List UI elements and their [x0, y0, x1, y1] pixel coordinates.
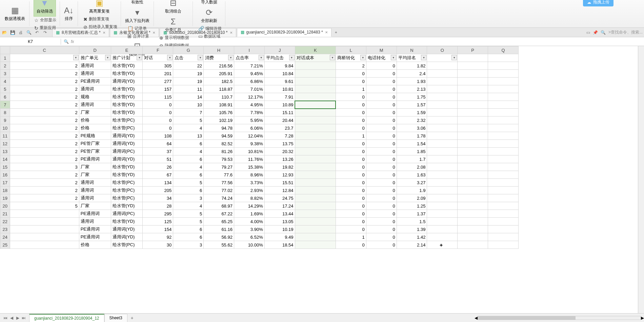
cell-J6[interactable]: 7.91	[264, 93, 295, 101]
cell-Q19[interactable]	[488, 194, 519, 202]
cell-K8[interactable]	[295, 109, 336, 116]
cell-C11[interactable]: 2	[10, 132, 79, 140]
cell-C15[interactable]: 3	[10, 163, 79, 171]
cell-J10[interactable]: 23.7	[264, 124, 295, 132]
cell-Q23[interactable]	[488, 226, 519, 233]
cell-Q21[interactable]	[488, 210, 519, 218]
cell-E23[interactable]: 通用词(YD)	[111, 226, 143, 233]
data-range-button[interactable]: ▭数据区域	[197, 33, 223, 40]
cell-E3[interactable]: 给水管(YD)	[111, 70, 143, 78]
cell-G25[interactable]: 3	[173, 241, 204, 249]
cell-D13[interactable]: PE管厂家	[79, 148, 111, 155]
column-header-N[interactable]: N	[397, 46, 427, 54]
cell-P18[interactable]	[458, 187, 488, 194]
cell-D16[interactable]: 厂家	[79, 171, 111, 179]
cell-C17[interactable]: 2	[10, 179, 79, 187]
cell-H5[interactable]: 118.87	[204, 85, 234, 93]
header-cell-Q[interactable]	[488, 54, 519, 62]
cell-E9[interactable]: 给水管(PC)	[111, 116, 143, 124]
cell-C7[interactable]: 2	[10, 101, 79, 109]
cell-C24[interactable]	[10, 233, 79, 241]
cell-J19[interactable]: 24.75	[264, 194, 295, 202]
cell-Q10[interactable]	[488, 124, 519, 132]
filter-dropdown-icon[interactable]: ▼	[105, 55, 110, 60]
cell-M9[interactable]: 0	[366, 116, 397, 124]
cell-M24[interactable]: 0	[366, 233, 397, 241]
cell-Q20[interactable]	[488, 202, 519, 210]
cell-C16[interactable]: 2	[10, 171, 79, 179]
cell-M11[interactable]: 0	[366, 132, 397, 140]
cell-I9[interactable]: 5.95%	[234, 116, 264, 124]
cell-L17[interactable]: 0	[336, 179, 366, 187]
cell-I11[interactable]: 12.04%	[234, 132, 264, 140]
cell-D18[interactable]: 通用词	[79, 187, 111, 194]
cell-P13[interactable]	[458, 148, 488, 155]
cell-L21[interactable]: 0	[336, 210, 366, 218]
cell-E15[interactable]: 给水管(YD)	[111, 163, 143, 171]
cell-E24[interactable]: 通用词(YD)	[111, 233, 143, 241]
cell-N25[interactable]: 2.14	[397, 241, 427, 249]
cell-K5[interactable]	[295, 85, 336, 93]
cell-G9[interactable]: 5	[173, 116, 204, 124]
column-header-M[interactable]: M	[366, 46, 397, 54]
cell-G6[interactable]: 14	[173, 93, 204, 101]
cell-K13[interactable]	[295, 148, 336, 155]
cell-M8[interactable]: 0	[366, 109, 397, 116]
cell-L7[interactable]: 0	[336, 101, 366, 109]
refresh-button[interactable]: ⟳全部刷新	[199, 6, 219, 25]
cell-L23[interactable]: 0	[336, 226, 366, 233]
cell-F3[interactable]: 201	[143, 70, 173, 78]
row-header-3[interactable]: 3	[0, 70, 10, 78]
cell-I7[interactable]: 4.95%	[234, 101, 264, 109]
cell-M12[interactable]: 0	[366, 140, 397, 148]
cell-F2[interactable]: 305	[143, 62, 173, 70]
cell-F25[interactable]: 30	[143, 241, 173, 249]
cell-J9[interactable]: 20.44	[264, 116, 295, 124]
cell-F15[interactable]: 26	[143, 163, 173, 171]
cell-D15[interactable]: 厂家	[79, 163, 111, 171]
cell-C19[interactable]: 2	[10, 194, 79, 202]
cell-K19[interactable]	[295, 194, 336, 202]
cell-M5[interactable]: 0	[366, 85, 397, 93]
cell-G20[interactable]: 4	[173, 202, 204, 210]
cell-F6[interactable]: 115	[143, 93, 173, 101]
cell-F17[interactable]: 134	[143, 179, 173, 187]
cell-I19[interactable]: 8.82%	[234, 194, 264, 202]
cell-F20[interactable]: 28	[143, 202, 173, 210]
cell-G10[interactable]: 4	[173, 124, 204, 132]
cell-E5[interactable]: 给水管(YD)	[111, 85, 143, 93]
cell-F12[interactable]: 64	[143, 140, 173, 148]
cell-F24[interactable]: 92	[143, 233, 173, 241]
cell-F10[interactable]: 0	[143, 124, 173, 132]
column-header-Q[interactable]: Q	[488, 46, 519, 54]
cell-G11[interactable]: 13	[173, 132, 204, 140]
cell-P11[interactable]	[458, 132, 488, 140]
cell-G7[interactable]: 10	[173, 101, 204, 109]
cell-J18[interactable]: 12.84	[264, 187, 295, 194]
cell-G13[interactable]: 4	[173, 148, 204, 155]
filter-dropdown-icon[interactable]: ▼	[198, 55, 203, 60]
cell-K20[interactable]	[295, 202, 336, 210]
cell-J8[interactable]: 15.11	[264, 109, 295, 116]
filter-dropdown-icon[interactable]: ▼	[228, 55, 234, 60]
cell-J22[interactable]: 13.05	[264, 218, 295, 226]
vertical-scrollbar[interactable]	[638, 46, 644, 249]
cell-P7[interactable]	[458, 101, 488, 109]
cell-F21[interactable]: 295	[143, 210, 173, 218]
header-cell-N[interactable]: 平均排名▼	[397, 54, 427, 62]
cell-D8[interactable]: 厂家	[79, 109, 111, 116]
pin-icon[interactable]: 📌	[593, 30, 598, 35]
cell-G17[interactable]: 5	[173, 179, 204, 187]
cell-Q2[interactable]	[488, 62, 519, 70]
cell-Q18[interactable]	[488, 187, 519, 194]
cell-L5[interactable]: 1	[336, 85, 366, 93]
cell-D6[interactable]: 规格	[79, 93, 111, 101]
cell-H21[interactable]: 67.22	[204, 210, 234, 218]
cell-G16[interactable]: 6	[173, 171, 204, 179]
column-header-I[interactable]: I	[234, 46, 264, 54]
cell-K24[interactable]	[295, 233, 336, 241]
filter-dropdown-icon[interactable]: ▼	[289, 55, 295, 60]
close-icon[interactable]: ✕	[230, 31, 233, 35]
cell-D25[interactable]: 价格	[79, 241, 111, 249]
cell-D11[interactable]: PE规格	[79, 132, 111, 140]
